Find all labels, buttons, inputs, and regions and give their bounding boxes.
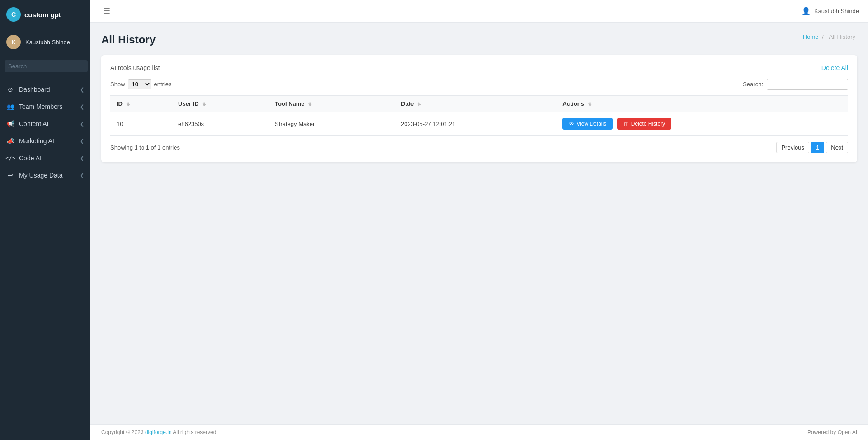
pagination-buttons: Previous 1 Next xyxy=(776,142,848,153)
trash-icon: 🗑 xyxy=(623,121,629,127)
chevron-icon: ❮ xyxy=(80,121,84,127)
pagination-info: Showing 1 to 1 of 1 entries xyxy=(110,144,180,151)
breadcrumb-current: All History xyxy=(829,33,855,40)
cell-id: 10 xyxy=(110,112,172,136)
avatar: K xyxy=(6,35,21,49)
table-header-row: ID ⇅ User ID ⇅ Tool Name ⇅ Date ⇅ Action xyxy=(110,96,848,112)
table-body: 10 e862350s Strategy Maker 2023-05-27 12… xyxy=(110,112,848,136)
sidebar-item-dashboard[interactable]: ⊙ Dashboard ❮ xyxy=(0,81,90,98)
marketing-icon: 📣 xyxy=(6,137,14,145)
cell-date: 2023-05-27 12:01:21 xyxy=(395,112,556,136)
sidebar-item-label: Team Members xyxy=(19,103,62,110)
topbar: ☰ 👤 Kaustubh Shinde xyxy=(90,0,868,23)
next-button[interactable]: Next xyxy=(826,142,848,153)
sidebar-item-label: Content AI xyxy=(19,120,48,127)
col-tool-name[interactable]: Tool Name ⇅ xyxy=(269,96,395,112)
topbar-username: Kaustubh Shinde xyxy=(814,8,859,14)
page-title: All History xyxy=(101,33,156,46)
dashboard-icon: ⊙ xyxy=(6,85,14,94)
main-content: ☰ 👤 Kaustubh Shinde All History Home / A… xyxy=(90,0,868,440)
user-account-icon: 👤 xyxy=(802,7,811,15)
col-actions: Actions ⇅ xyxy=(556,96,848,112)
sidebar-item-my-usage-data[interactable]: ↩ My Usage Data ❮ xyxy=(0,167,90,184)
search-area: Search: xyxy=(743,79,848,90)
sidebar-item-label: Dashboard xyxy=(19,86,50,93)
usage-icon: ↩ xyxy=(6,171,14,179)
breadcrumb-home[interactable]: Home xyxy=(803,33,819,40)
pagination-area: Showing 1 to 1 of 1 entries Previous 1 N… xyxy=(110,142,848,153)
sidebar-nav: ⊙ Dashboard ❮ 👥 Team Members ❮ 📢 Content… xyxy=(0,77,90,440)
team-icon: 👥 xyxy=(6,103,14,111)
sidebar: C custom gpt K Kaustubh Shinde 🔍 ⊙ Dashb… xyxy=(0,0,90,440)
previous-button[interactable]: Previous xyxy=(776,142,809,153)
show-label: Show xyxy=(110,81,125,88)
footer: Copyright © 2023 digiforge.in All rights… xyxy=(90,424,868,440)
sidebar-item-team-members[interactable]: 👥 Team Members ❮ xyxy=(0,98,90,115)
view-details-button[interactable]: 👁 View Details xyxy=(562,118,613,130)
entries-select[interactable]: 10 25 50 100 xyxy=(128,79,151,89)
table-row: 10 e862350s Strategy Maker 2023-05-27 12… xyxy=(110,112,848,136)
code-icon: </> xyxy=(6,154,14,162)
sort-icon: ⇅ xyxy=(202,102,206,107)
breadcrumb-separator: / xyxy=(822,33,824,40)
cell-actions: 👁 View Details 🗑 Delete History xyxy=(556,112,848,136)
username: Kaustubh Shinde xyxy=(25,39,70,46)
sidebar-item-marketing-ai[interactable]: 📣 Marketing AI ❮ xyxy=(0,132,90,150)
sort-icon: ⇅ xyxy=(588,102,591,107)
eye-icon: 👁 xyxy=(569,121,574,127)
app-name: custom gpt xyxy=(24,11,61,19)
cell-user-id: e862350s xyxy=(172,112,269,136)
cell-tool-name: Strategy Maker xyxy=(269,112,395,136)
table-search-input[interactable] xyxy=(767,79,848,90)
sidebar-item-label: My Usage Data xyxy=(19,172,62,179)
search-label: Search: xyxy=(743,81,763,88)
sidebar-logo[interactable]: C custom gpt xyxy=(0,0,90,29)
show-entries-control: Show 10 25 50 100 entries xyxy=(110,79,172,89)
sidebar-item-content-ai[interactable]: 📢 Content AI ❮ xyxy=(0,115,90,132)
sort-icon: ⇅ xyxy=(417,102,421,107)
delete-history-button[interactable]: 🗑 Delete History xyxy=(617,118,671,130)
logo-icon: C xyxy=(6,7,21,22)
chevron-icon: ❮ xyxy=(80,87,84,93)
col-id[interactable]: ID ⇅ xyxy=(110,96,172,112)
data-table: ID ⇅ User ID ⇅ Tool Name ⇅ Date ⇅ Action xyxy=(110,95,848,136)
sort-icon: ⇅ xyxy=(126,102,130,107)
col-date[interactable]: Date ⇅ xyxy=(395,96,556,112)
entries-label: entries xyxy=(154,81,172,88)
search-input[interactable] xyxy=(5,60,88,72)
sidebar-user: K Kaustubh Shinde xyxy=(0,29,90,55)
chevron-icon: ❮ xyxy=(80,173,84,178)
chevron-icon: ❮ xyxy=(80,155,84,161)
page-1-button[interactable]: 1 xyxy=(811,142,824,153)
table-card: AI tools usage list Delete All Show 10 2… xyxy=(101,55,857,162)
page-content: All History Home / All History AI tools … xyxy=(90,23,868,424)
table-controls: Show 10 25 50 100 entries Search: xyxy=(110,79,848,90)
sidebar-item-label: Marketing AI xyxy=(19,137,54,145)
page-header: All History Home / All History xyxy=(101,33,857,46)
delete-all-button[interactable]: Delete All xyxy=(821,64,848,71)
footer-company-link[interactable]: digiforge.in xyxy=(145,429,172,435)
sort-icon: ⇅ xyxy=(308,102,311,107)
topbar-right: 👤 Kaustubh Shinde xyxy=(802,7,859,15)
sidebar-item-code-ai[interactable]: </> Code AI ❮ xyxy=(0,150,90,167)
content-icon: 📢 xyxy=(6,120,14,128)
sidebar-search-area: 🔍 xyxy=(0,55,90,77)
table-card-header: AI tools usage list Delete All xyxy=(110,64,848,71)
breadcrumb: Home / All History xyxy=(803,33,857,40)
table-subtitle: AI tools usage list xyxy=(110,64,160,71)
footer-copyright: Copyright © 2023 digiforge.in All rights… xyxy=(101,429,218,435)
sidebar-item-label: Code AI xyxy=(19,154,42,162)
chevron-icon: ❮ xyxy=(80,138,84,144)
chevron-icon: ❮ xyxy=(80,104,84,110)
footer-powered-by: Powered by Open AI xyxy=(807,429,857,435)
hamburger-button[interactable]: ☰ xyxy=(99,5,114,18)
col-user-id[interactable]: User ID ⇅ xyxy=(172,96,269,112)
